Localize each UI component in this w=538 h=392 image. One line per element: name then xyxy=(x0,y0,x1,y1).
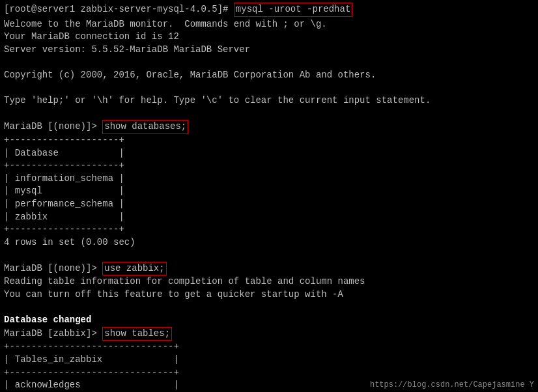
tables-border-mid: +------------------------------+ xyxy=(4,367,534,380)
table-row-zabbix: | zabbix | xyxy=(4,211,534,224)
prompt-text-2: MariaDB [(none)]> xyxy=(4,262,102,275)
top-command-line: [root@server1 zabbix-server-mysql-4.0.5]… xyxy=(4,3,534,17)
line-version: Server version: 5.5.52-MariaDB MariaDB S… xyxy=(4,44,534,57)
line-connid: Your MariaDB connection id is 12 xyxy=(4,31,534,44)
line-reading-table: Reading table information for completion… xyxy=(4,275,534,288)
line-blank3 xyxy=(4,107,534,120)
command-use-zabbix: use zabbix; xyxy=(102,262,166,276)
table-row-mysql: | mysql | xyxy=(4,185,534,198)
line-blank5 xyxy=(4,301,534,315)
table-border-mid: +--------------------+ xyxy=(4,160,534,173)
line-copyright: Copyright (c) 2000, 2016, Oracle, MariaD… xyxy=(4,69,534,82)
line-blank1 xyxy=(4,56,534,69)
table-row-info-schema: | information_schema | xyxy=(4,173,534,186)
line-db-changed: Database changed xyxy=(4,314,534,327)
tables-header: | Tables_in_zabbix | xyxy=(4,354,534,367)
terminal-window: [root@server1 zabbix-server-mysql-4.0.5]… xyxy=(0,0,538,392)
top-prompt: [root@server1 zabbix-server-mysql-4.0.5]… xyxy=(4,3,234,16)
prompt-show-tables: MariaDB [zabbix]> show tables; xyxy=(4,327,534,341)
command-show-tables: show tables; xyxy=(102,327,172,341)
table-header: | Database | xyxy=(4,147,534,160)
line-blank2 xyxy=(4,82,534,95)
line-turn-off: You can turn off this feature to get a q… xyxy=(4,288,534,301)
prompt-text-3: MariaDB [zabbix]> xyxy=(4,328,102,341)
prompt-text-1: MariaDB [(none)]> xyxy=(4,120,102,133)
line-blank4 xyxy=(4,249,534,262)
prompt-use-zabbix: MariaDB [(none)]> use zabbix; xyxy=(4,262,534,276)
watermark: https://blog.csdn.net/Capejasmine Y xyxy=(370,380,534,389)
top-command-highlight: mysql -uroot -predhat xyxy=(234,3,352,17)
line-welcome: Welcome to the MariaDB monitor. Commands… xyxy=(4,18,534,31)
command-show-databases: show databases; xyxy=(102,120,188,134)
table-border-bottom: +--------------------+ xyxy=(4,223,534,236)
table-row-perf-schema: | performance_schema | xyxy=(4,198,534,211)
tables-border-top: +------------------------------+ xyxy=(4,341,534,354)
rows-count: 4 rows in set (0.00 sec) xyxy=(4,236,534,249)
prompt-show-databases: MariaDB [(none)]> show databases; xyxy=(4,120,534,134)
table-border-top: +--------------------+ xyxy=(4,134,534,147)
line-help: Type 'help;' or '\h' for help. Type '\c'… xyxy=(4,94,534,107)
